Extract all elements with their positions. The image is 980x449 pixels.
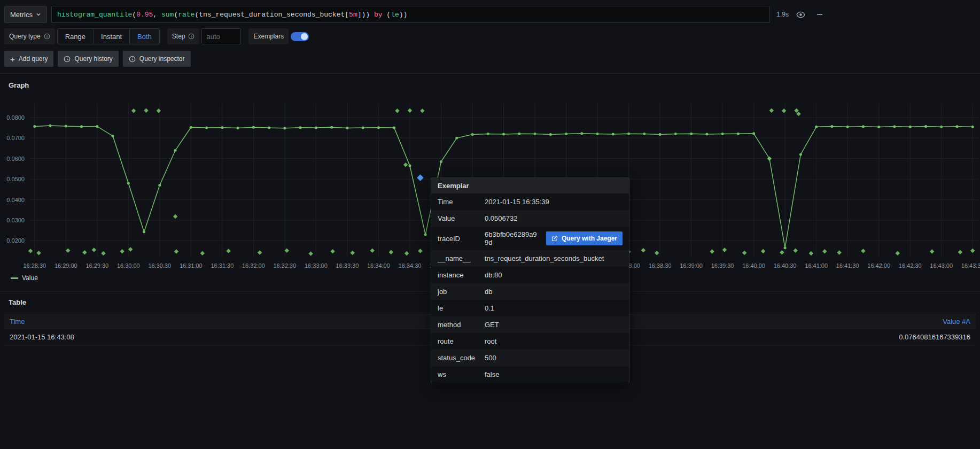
exemplar-marker[interactable]: [285, 248, 289, 252]
exemplar-field-value: tns_request_duration_seconds_bucket: [485, 254, 623, 262]
exemplar-field-value-text: GET: [485, 321, 499, 329]
exemplar-marker[interactable]: [370, 248, 374, 252]
series-point: [956, 125, 959, 128]
exemplar-marker[interactable]: [822, 249, 827, 253]
exemplar-marker[interactable]: [92, 247, 96, 252]
x-axis-tick: 16:39:00: [680, 262, 703, 269]
exemplar-marker[interactable]: [837, 250, 841, 254]
query-preview-button[interactable]: [793, 7, 808, 22]
series-point: [190, 126, 192, 129]
legend-series-label[interactable]: Value: [22, 274, 38, 282]
query-type-option-both[interactable]: Both: [130, 29, 159, 44]
series-point: [877, 126, 880, 128]
exemplar-field-value-text: 500: [485, 354, 496, 362]
series-point: [909, 126, 912, 128]
series-point: [268, 127, 270, 129]
exemplar-marker[interactable]: [330, 249, 335, 253]
column-header-value-a[interactable]: Value #A: [937, 314, 976, 329]
exemplar-marker[interactable]: [258, 250, 262, 254]
exemplar-marker[interactable]: [930, 249, 934, 253]
x-axis-tick: 16:34:30: [399, 262, 422, 269]
exemplar-marker[interactable]: [896, 251, 900, 255]
series-point: [705, 133, 708, 136]
exemplar-marker[interactable]: [742, 251, 746, 255]
exemplar-marker[interactable]: [782, 109, 786, 113]
exemplar-marker[interactable]: [861, 249, 865, 253]
exemplar-field-value-text: 2021-01-15 16:35:39: [485, 198, 549, 206]
exemplar-marker[interactable]: [405, 251, 409, 256]
exemplars-label: Exemplars: [248, 28, 289, 44]
exemplar-marker[interactable]: [36, 251, 41, 255]
exemplar-marker[interactable]: [403, 162, 408, 167]
exemplar-marker[interactable]: [174, 249, 178, 253]
minus-icon: [816, 11, 823, 18]
y-axis-tick: 0.0400: [6, 197, 25, 203]
exemplars-toggle[interactable]: [291, 32, 309, 41]
query-type-option-instant[interactable]: Instant: [94, 29, 130, 44]
exemplar-marker[interactable]: [809, 251, 813, 256]
exemplar-marker[interactable]: [641, 248, 645, 252]
series-point: [862, 125, 865, 128]
series-point: [799, 153, 802, 156]
exemplar-marker[interactable]: [66, 248, 70, 252]
series-point: [690, 133, 693, 135]
exemplar-marker[interactable]: [722, 247, 727, 252]
promql-query-input[interactable]: histogram_quantile(0.95, sum(rate(tns_re…: [51, 6, 770, 23]
query-type-option-range[interactable]: Range: [58, 29, 94, 44]
series-point: [143, 230, 145, 233]
exemplar-marker[interactable]: [389, 250, 393, 254]
query-token: ]: [357, 11, 362, 19]
series-point: [627, 133, 630, 135]
exemplar-marker[interactable]: [970, 249, 975, 253]
exemplar-marker[interactable]: [82, 250, 87, 254]
exemplar-marker[interactable]: [28, 249, 33, 253]
exemplar-marker[interactable]: [157, 109, 161, 113]
exemplar-marker[interactable]: [408, 109, 412, 113]
exemplar-marker[interactable]: [120, 249, 124, 253]
x-axis-tick: 16:33:00: [305, 262, 328, 269]
exemplar-marker[interactable]: [101, 251, 105, 256]
query-token: 5m: [349, 11, 357, 19]
exemplar-marker[interactable]: [769, 109, 774, 113]
exemplar-marker[interactable]: [780, 250, 784, 254]
x-axis-tick: 16:43:30: [961, 262, 980, 269]
exemplar-marker[interactable]: [767, 156, 772, 160]
query-token: 0.95: [136, 11, 153, 19]
exemplar-marker[interactable]: [761, 249, 765, 253]
series-point: [174, 149, 177, 152]
exemplar-field-row: Time2021-01-15 16:35:39: [431, 193, 629, 210]
exemplar-marker[interactable]: [173, 214, 177, 219]
exemplar-marker[interactable]: [131, 109, 136, 113]
exemplar-marker[interactable]: [655, 251, 659, 255]
exemplar-marker[interactable]: [226, 249, 230, 253]
selected-exemplar-marker[interactable]: [417, 174, 424, 181]
exemplar-marker[interactable]: [420, 109, 424, 113]
exemplar-marker[interactable]: [350, 251, 354, 255]
query-history-button[interactable]: Query history: [58, 51, 118, 67]
graph-panel-title: Graph: [9, 81, 980, 89]
exemplar-marker[interactable]: [200, 251, 205, 255]
exemplar-marker[interactable]: [395, 109, 399, 113]
collapse-row-button[interactable]: [812, 7, 827, 22]
exemplar-field-value: db:80: [485, 271, 623, 279]
exemplar-field-value: GET: [485, 321, 623, 329]
query-token: by: [374, 11, 383, 19]
exemplar-marker[interactable]: [958, 250, 962, 254]
y-axis-tick: 0.0800: [6, 114, 25, 121]
exemplar-marker[interactable]: [128, 247, 133, 251]
exemplar-marker[interactable]: [418, 249, 422, 253]
step-input[interactable]: [201, 28, 241, 44]
exemplar-marker[interactable]: [308, 251, 313, 256]
exemplar-marker[interactable]: [793, 248, 797, 252]
add-query-button[interactable]: + Add query: [4, 51, 53, 67]
metrics-dropdown[interactable]: Metrics: [4, 6, 47, 23]
query-inspector-button[interactable]: Query inspector: [123, 51, 191, 67]
exemplar-marker[interactable]: [144, 109, 148, 113]
metrics-dropdown-label: Metrics: [10, 11, 33, 19]
query-with-jaeger-button[interactable]: Query with Jaeger: [546, 231, 623, 245]
series-point: [893, 125, 896, 128]
info-icon: [44, 33, 50, 40]
exemplar-field-row: routeroot: [431, 333, 629, 350]
exemplar-marker[interactable]: [710, 249, 714, 253]
series-point: [565, 133, 567, 135]
